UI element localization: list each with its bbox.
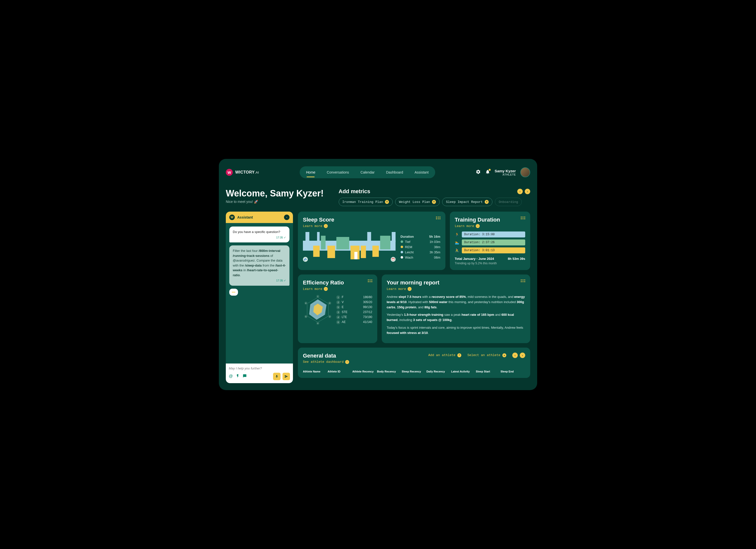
table-column[interactable]: Latest Activity [451,370,476,373]
nav-assistant[interactable]: Assistant [410,168,434,177]
collapse-button[interactable] [284,215,289,220]
table-prev-button[interactable]: ‹ [512,353,518,358]
svg-rect-13 [392,232,396,242]
learn-more-link[interactable]: Learn more→ [387,287,525,291]
metrics-prev-button[interactable]: ‹ [517,189,523,194]
general-data-card: General data See athlete dashboard→ Add … [298,348,530,378]
settings-icon[interactable] [476,169,481,175]
svg-rect-6 [336,237,349,249]
card-title: Your morning report [387,279,525,286]
card-title: Sleep Score [303,217,440,223]
metrics-next-button[interactable]: › [525,189,530,194]
svg-rect-12 [380,236,390,249]
nav-conversations[interactable]: Conversations [322,168,354,177]
notifications-icon[interactable] [485,169,490,175]
chat-input[interactable]: May I help you further? [229,366,290,370]
welcome-subtitle: Nice to meet you! 🚀 [226,200,324,204]
metrics-chip[interactable]: Weight Loss Plan+ [395,198,440,206]
table-column[interactable]: Athlete Recency [352,370,377,373]
svg-rect-10 [367,232,371,242]
trend-text: Trending up by 5.2% this month [455,262,525,265]
see-dashboard-link[interactable]: See athlete dashboard→ [303,360,349,364]
svg-rect-2 [313,246,320,257]
arrow-right-icon: → [324,224,328,228]
learn-more-link[interactable]: Learn more→ [455,224,525,228]
svg-text:6: 6 [305,302,306,304]
table-column[interactable]: Sleep Start [476,370,500,373]
metrics-chip[interactable]: Sleep Impact Report+ [442,198,492,206]
sleep-start-icon: 💤 [303,257,308,262]
metrics-chip[interactable]: Onboarding [495,198,522,206]
user-profile[interactable]: Samy Kyzer ATHLETE [495,169,516,176]
table-column[interactable]: Body Recency [377,370,402,373]
flash-icon[interactable] [236,374,240,379]
plus-icon: + [385,200,389,204]
welcome-heading: Welcome, Samy Kyzer! [226,188,324,199]
chat-input-area: May I help you further? @ [226,364,293,383]
dashboard-main: Sleep Score Learn more→ [298,212,530,383]
table-next-button[interactable]: › [520,353,525,358]
sleep-chart: 💤 ⏰ [303,232,396,262]
message-body: Filter the last four /800m-interval /run… [233,248,286,277]
metrics-chip[interactable]: Ironman Training Plan+ [339,198,393,206]
radar-chart: 1 2 3 4 5 6 [303,295,333,325]
user-role: ATHLETE [495,173,516,176]
brand-logo[interactable]: W WICTORY.AI [226,169,259,176]
metrics-chips: Ironman Training Plan+ Weight Loss Plan+… [339,198,530,206]
svg-rect-5 [327,246,335,258]
app-header: W WICTORY.AI Home Conversations Calendar… [226,166,530,178]
table-column[interactable]: Athlete ID [328,370,352,373]
user-avatar[interactable] [520,167,530,177]
card-title: General data [303,353,349,359]
table-column[interactable]: Sleep Recency [402,370,426,373]
swim-icon: 🏊 [455,240,459,244]
arrow-right-icon: → [408,287,412,291]
card-title: Training Duration [455,217,525,223]
user-name: Samy Kyzer [495,169,516,173]
morning-report-card: Your morning report Learn more→ Andrew s… [382,275,530,343]
svg-text:2: 2 [329,302,330,304]
assistant-header: W Assistant [226,212,293,223]
arrow-right-icon: → [345,360,349,364]
message-time: 17:35 [233,278,286,283]
select-athlete-button[interactable]: Select an athlete★ [467,353,506,357]
sleep-score-card: Sleep Score Learn more→ [298,212,445,270]
send-button[interactable] [283,373,290,380]
drag-handle-icon[interactable] [521,279,525,282]
mention-icon[interactable]: @ [229,374,233,379]
morning-report-text: Andrew slept 7.5 hours with a recovery s… [387,294,525,336]
message-time: 17:35 [233,235,286,240]
svg-rect-4 [321,236,326,249]
svg-text:3: 3 [329,316,330,318]
notification-dot-icon [489,169,491,171]
table-column[interactable]: Athlete Name [303,370,328,373]
header-actions: Samy Kyzer ATHLETE [476,167,530,177]
add-athlete-button[interactable]: Add an athlete+ [428,353,461,357]
drag-handle-icon[interactable] [521,217,525,219]
table-column[interactable]: Sleep End [501,370,525,373]
svg-rect-9 [361,246,366,258]
sleep-legend: Duration5h 16m Tief1h 03m REM38m Leicht3… [401,234,440,260]
assistant-title: Assistant [237,215,253,219]
table-column[interactable]: Daily Recency [426,370,451,373]
nav-home[interactable]: Home [301,168,320,177]
drag-handle-icon[interactable] [436,217,440,219]
nav-calendar[interactable]: Calendar [356,168,380,177]
bike-icon: 🚴 [455,248,459,252]
welcome-block: Welcome, Samy Kyzer! Nice to meet you! 🚀 [226,188,324,204]
voice-button[interactable] [273,373,281,380]
learn-more-link[interactable]: Learn more→ [303,224,440,228]
efficiency-ratio-card: Efficiency Ratio Learn more→ 1 2 [298,275,377,343]
svg-text:4: 4 [317,322,318,324]
svg-text:5: 5 [305,316,306,318]
drag-handle-icon[interactable] [368,279,372,282]
duration-row-run: 🏃 Duration: 3:15:00 [455,231,525,237]
duration-row-swim: 🏊 Duration: 2:37:26 [455,239,525,245]
nav-dashboard[interactable]: Dashboard [381,168,408,177]
chat-icon[interactable] [243,374,247,379]
learn-more-link[interactable]: Learn more→ [303,287,372,291]
svg-rect-3 [317,232,320,242]
arrow-right-icon: → [324,287,328,291]
svg-text:1: 1 [317,296,318,297]
star-icon: ★ [502,353,506,357]
